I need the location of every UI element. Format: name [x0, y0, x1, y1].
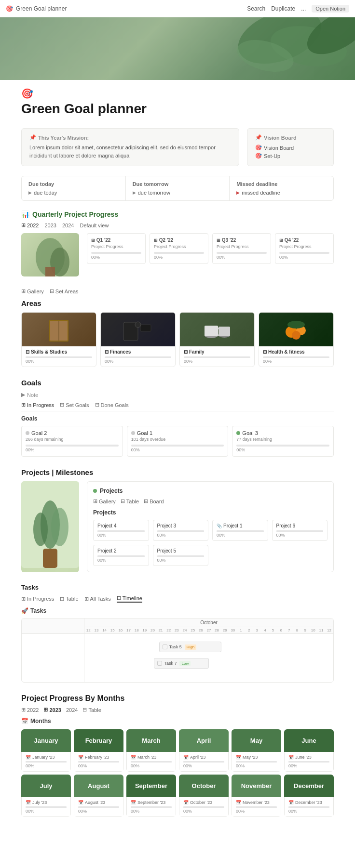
month-body-apr: 📅 April '23 00%	[179, 752, 229, 772]
due-missed-title: Missed deadline	[236, 181, 327, 187]
svg-point-19	[292, 331, 300, 340]
q-tab-2022[interactable]: ⊞ 2022	[21, 222, 39, 228]
gallery-tab[interactable]: ⊞ Gallery	[21, 288, 44, 294]
t-tab-icon-4: ⊟	[117, 595, 121, 601]
goals-section-title: Goals	[21, 379, 334, 387]
task-checkbox-1[interactable]	[163, 644, 167, 649]
mission-box: 📌 This Year's Mission: Lorem ipsum dolor…	[21, 128, 239, 166]
month-sub-may: 📅 May '23	[236, 755, 277, 760]
q-card-sub-3: Project Progress	[217, 244, 267, 249]
projects-section: Projects | Milestones Projects ⊞ Gallery	[21, 468, 334, 572]
set-areas-tab[interactable]: ⊟ Set Areas	[50, 288, 79, 294]
timeline-day-numbers: 12 13 14 15 16 17 18 19 20 21 22 23 24 2…	[84, 627, 333, 633]
goals-tabs: ⊞ In Progress ⊟ Set Goals ⊟ Done Goals	[21, 402, 334, 411]
projects-tab-board[interactable]: ⊞ Board	[144, 498, 164, 504]
areas-grid: ⊟ Skills & Studies 00% ⊟ Finances	[21, 312, 334, 367]
q-tab-2023[interactable]: 2023	[44, 223, 56, 228]
task-checkbox-2[interactable]	[157, 661, 162, 666]
month-sub-nov: 📅 November '23	[236, 800, 277, 805]
project-name-3: 📎 Project 1	[217, 523, 264, 528]
projects-tab-gallery[interactable]: ⊞ Gallery	[93, 498, 116, 504]
day-num-3: 14	[100, 627, 109, 633]
area-card-3: ⊟ Family 00%	[179, 312, 255, 367]
day-num-8: 19	[140, 627, 149, 633]
cal-icon-jun: 📅	[288, 755, 294, 760]
q-card-title-1: ⊞ Q1 '22	[91, 237, 141, 243]
svg-point-20	[287, 321, 305, 329]
area-img-svg-2	[119, 315, 157, 344]
q-tab-default[interactable]: Default view	[80, 223, 109, 228]
vision-item-1[interactable]: 🎯 Vision Board	[255, 144, 326, 152]
page-icon: 🎯	[6, 5, 13, 12]
goals-tab-set[interactable]: ⊟ Set Goals	[60, 402, 89, 408]
due-missed-item: ▶ missed deadline	[236, 190, 327, 196]
quarterly-tabs: ⊞ 2022 2023 2024 Default view	[21, 222, 334, 228]
tasks-emoji: 🚀	[21, 607, 28, 614]
month-sub-sep: 📅 September '23	[131, 800, 172, 805]
month-body-aug: 📅 August '23 00%	[74, 797, 123, 817]
month-card-may: May 📅 May '23 00%	[232, 729, 281, 772]
tasks-tab-inprogress[interactable]: ⊞ In Progress	[21, 596, 54, 602]
t-tab-icon-2: ⊟	[60, 596, 64, 602]
my-tab-2022[interactable]: ⊞ 2022	[21, 707, 39, 713]
month-sub-dec: 📅 December '23	[288, 800, 329, 805]
month-pct-may: 00%	[236, 763, 277, 768]
target-icon: 🎯	[21, 88, 334, 99]
month-progress-aug	[78, 806, 119, 808]
q-tab-2024[interactable]: 2024	[62, 223, 74, 228]
my-tab-2023[interactable]: ⊞ 2023	[43, 707, 61, 713]
quarterly-header: 📊 Quarterly Project Progress	[21, 210, 334, 218]
areas-gallery-tabs: ⊞ Gallery ⊟ Set Areas	[21, 288, 334, 294]
svg-point-12	[135, 322, 141, 328]
area-pct-1: 00%	[26, 359, 92, 364]
month-card-apr: April 📅 April '23 00%	[179, 729, 229, 772]
area-pct-2: 00%	[105, 359, 171, 364]
search-button[interactable]: Search	[247, 5, 265, 12]
due-today-title: Due today	[28, 181, 119, 187]
area-card-title-1: ⊟ Skills & Studies	[26, 349, 92, 355]
goal-name-1: Goal 2	[26, 430, 119, 436]
area-card-title-2: ⊟ Finances	[105, 349, 171, 355]
month-body-may: 📅 May '23 00%	[232, 752, 281, 772]
day-num-19: 30	[229, 627, 237, 633]
open-notion-button[interactable]: Open Notion	[312, 5, 349, 13]
q-card-2: ⊞ Q2 '22 Project Progress 00%	[150, 233, 208, 264]
goal-name-2: Goal 1	[131, 430, 224, 436]
task-bar-2: Task 7 Low	[154, 658, 209, 669]
duplicate-button[interactable]: Duplicate	[271, 5, 295, 12]
svg-rect-16	[218, 327, 230, 336]
month-body-sep: 📅 September '23 00%	[126, 797, 176, 817]
q-progress-bar-1	[91, 252, 141, 254]
my-tab-2024[interactable]: 2024	[66, 707, 78, 713]
hero-decoration	[0, 17, 355, 80]
area-icon-3: ⊟	[184, 349, 188, 355]
due-today-col: Due today ▶ due today	[22, 176, 126, 200]
month-body-nov: 📅 November '23 00%	[232, 797, 281, 817]
tasks-tab-timeline[interactable]: ⊟ Timeline	[117, 595, 142, 603]
goals-tab-inprogress[interactable]: ⊞ In Progress	[21, 402, 54, 408]
goal-dot-1	[26, 431, 29, 435]
cal-icon-feb: 📅	[78, 755, 83, 760]
day-num-29: 10	[309, 627, 317, 633]
tasks-tab-table[interactable]: ⊟ Table	[60, 596, 78, 602]
due-today-item: ▶ due today	[28, 190, 119, 196]
t-tab-icon-1: ⊞	[21, 596, 26, 602]
vision-item-2[interactable]: 🎯 Set-Up	[255, 152, 326, 160]
more-button[interactable]: ...	[301, 5, 306, 12]
cal-icon-jul: 📅	[26, 800, 31, 805]
area-progress-1	[26, 356, 92, 358]
quarterly-layout: ⊞ Q1 '22 Project Progress 00% ⊞ Q2 '22 P…	[21, 233, 334, 276]
month-body-dec: 📅 December '23 00%	[284, 797, 334, 817]
day-num-4: 15	[109, 627, 117, 633]
month-pct-jan: 00%	[26, 763, 67, 768]
goals-tab-icon-3: ⊟	[95, 402, 99, 408]
area-img-2	[101, 313, 175, 346]
project-name-2: Project 3	[157, 523, 205, 528]
goals-tab-done[interactable]: ⊟ Done Goals	[95, 402, 129, 408]
month-progress-mar	[131, 761, 172, 763]
project-pct-5: 00%	[97, 558, 145, 563]
projects-tab-table[interactable]: ⊟ Table	[121, 498, 139, 504]
q-progress-label-1: 00%	[91, 255, 141, 260]
tasks-tab-alltasks[interactable]: ⊞ All Tasks	[84, 596, 111, 602]
my-tab-table[interactable]: ⊟ Table	[82, 707, 101, 713]
